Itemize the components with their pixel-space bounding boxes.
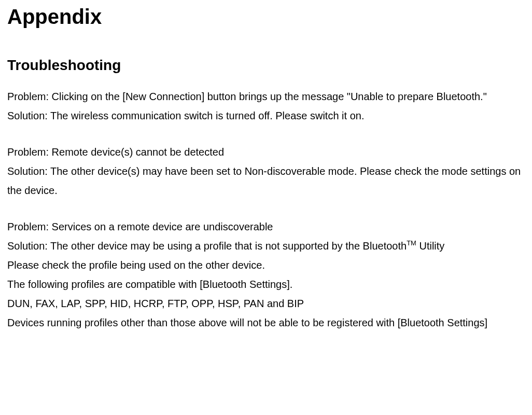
problem-text: Problem: Remote device(s) cannot be dete… (7, 143, 525, 162)
troubleshoot-block-2: Problem: Remote device(s) cannot be dete… (7, 143, 525, 200)
solution-text: Solution: The other device may be using … (7, 237, 525, 256)
section-heading: Troubleshooting (7, 56, 525, 75)
troubleshoot-block-3: Problem: Services on a remote device are… (7, 217, 525, 333)
solution-detail: Devices running profiles other than thos… (7, 313, 525, 333)
solution-detail: The following profiles are compatible wi… (7, 275, 525, 294)
troubleshoot-block-1: Problem: Clicking on the [New Connection… (7, 87, 525, 126)
problem-text: Problem: Services on a remote device are… (7, 217, 525, 237)
solution-pre: Solution: The other device may be using … (7, 240, 407, 252)
solution-text: Solution: The other device(s) may have b… (7, 162, 525, 200)
problem-text: Problem: Clicking on the [New Connection… (7, 87, 525, 106)
solution-post: Utility (416, 240, 444, 252)
profile-list: DUN, FAX, LAP, SPP, HID, HCRP, FTP, OPP,… (7, 294, 525, 313)
solution-text: Solution: The wireless communication swi… (7, 106, 525, 126)
trademark-symbol: TM (407, 240, 416, 247)
page-title: Appendix (7, 4, 525, 29)
solution-detail: Please check the profile being used on t… (7, 256, 525, 275)
